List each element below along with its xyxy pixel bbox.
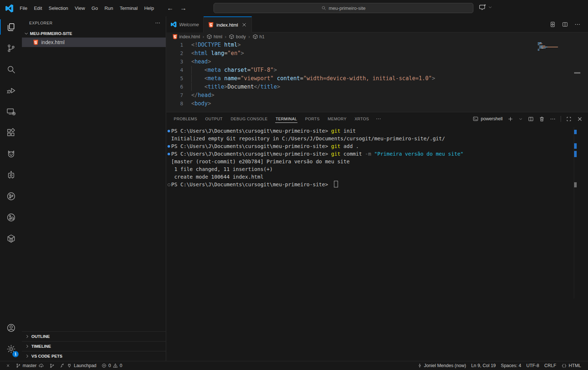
menu-go[interactable]: Go <box>88 0 101 16</box>
sidebar-section-outline[interactable]: OUTLINE <box>22 331 166 341</box>
panel-tab-xrtos[interactable]: XRTOS <box>352 112 371 125</box>
code-line-3: 3<head> <box>166 58 588 66</box>
navigate-forward-icon[interactable]: → <box>180 4 187 12</box>
split-editor-icon[interactable] <box>562 21 568 28</box>
eol-item[interactable]: CRLF <box>542 361 559 370</box>
commit-graph-icon <box>6 213 16 222</box>
chevron-right-icon <box>24 343 30 349</box>
more-actions-icon[interactable] <box>155 20 161 26</box>
panel-tab-debug-console[interactable]: DEBUG CONSOLE <box>228 112 270 125</box>
breadcrumb-separator: › <box>203 34 204 39</box>
html-file-icon <box>172 34 178 39</box>
code-line-5: 5<meta name="viewport" content="width=de… <box>166 74 588 83</box>
line-number: 3 <box>166 58 183 66</box>
panel-tab-memory[interactable]: MEMORY <box>326 112 349 125</box>
source-control-graph-item[interactable] <box>47 361 57 370</box>
activity-item-extensions[interactable] <box>0 122 22 143</box>
more-actions-icon[interactable] <box>550 116 556 122</box>
launchpad-status-item[interactable]: Launchpad <box>57 361 99 370</box>
terminal-dropdown-icon[interactable] <box>518 117 523 121</box>
menu-help[interactable]: Help <box>141 0 157 16</box>
git-commit-icon <box>417 363 422 368</box>
activity-item-run-and-debug[interactable] <box>0 80 22 101</box>
sidebar-section-vs-code-pets[interactable]: VS CODE PETS <box>22 351 166 361</box>
panel-tab-terminal[interactable]: TERMINAL <box>273 112 299 125</box>
vscode-window: FileEditSelectionViewGoRunTerminalHelp ←… <box>0 0 588 370</box>
terminal-shell-label[interactable]: powershell <box>473 116 503 122</box>
settings-button[interactable]: 1 <box>0 338 22 359</box>
code-line-8: 8<body> <box>166 100 588 108</box>
accounts-button[interactable] <box>0 317 22 338</box>
activity-item-containers[interactable] <box>0 228 22 249</box>
panel-tab-output[interactable]: OUTPUT <box>203 112 225 125</box>
menu-run[interactable]: Run <box>101 0 116 16</box>
breadcrumb-body[interactable]: body <box>229 34 246 39</box>
code-editor[interactable]: 1<!DOCTYPE html>2<html lang="en">3<head>… <box>166 41 588 112</box>
terminal[interactable]: PS C:\Users\J\Documents\cursogit\meu-pri… <box>166 127 573 188</box>
branch-status-item[interactable]: master <box>13 361 47 370</box>
menu-view[interactable]: View <box>72 0 88 16</box>
copilot-menu[interactable] <box>479 3 493 11</box>
command-center-search[interactable]: meu-primeiro-site <box>214 3 473 13</box>
activity-item-commit-graph[interactable] <box>0 207 22 228</box>
indentation-item[interactable]: Spaces: 4 <box>498 361 524 370</box>
activity-item-vscode-pets[interactable] <box>0 143 22 164</box>
activity-item-search[interactable] <box>0 59 22 80</box>
kill-terminal-icon[interactable] <box>539 116 545 122</box>
terminal-icon <box>473 116 479 122</box>
more-panel-tabs-icon[interactable] <box>376 116 381 122</box>
workspace-folder-row[interactable]: MEU-PRIMEIRO-SITE <box>22 29 166 38</box>
tab-index-html[interactable]: index.html <box>204 16 252 32</box>
activity-item-explorer[interactable] <box>0 16 22 38</box>
remote-indicator[interactable] <box>3 361 13 370</box>
chevron-down-icon <box>488 5 493 10</box>
panel-tab-problems[interactable]: PROBLEMS <box>172 112 199 125</box>
user-commit-status-item[interactable]: Joniel Mendes (now) <box>415 361 469 370</box>
terminal-line: create mode 100644 index.html <box>166 173 573 181</box>
settings-badge: 1 <box>12 351 19 357</box>
html-file-icon <box>33 39 39 45</box>
menu-selection[interactable]: Selection <box>45 0 71 16</box>
more-actions-icon[interactable] <box>574 21 581 28</box>
language-mode-item[interactable]: HTML <box>559 361 584 370</box>
search-icon <box>321 5 326 11</box>
search-icon <box>6 65 16 74</box>
chevron-right-icon <box>24 353 30 359</box>
terminal-line: PS C:\Users\J\Documents\cursogit\meu-pri… <box>166 150 573 158</box>
overview-ruler-cursor <box>574 72 580 74</box>
cursor-position-item[interactable]: Ln 9, Col 19 <box>469 361 498 370</box>
terminal-line: PS C:\Users\J\Documents\cursogit\meu-pri… <box>166 181 573 188</box>
encoding-item[interactable]: UTF-8 <box>524 361 542 370</box>
tab-welcome[interactable]: Welcome <box>166 16 204 32</box>
activity-item-remote-explorer[interactable] <box>0 101 22 122</box>
minimap[interactable] <box>538 42 571 51</box>
menu-file[interactable]: File <box>16 0 31 16</box>
menu-terminal[interactable]: Terminal <box>116 0 141 16</box>
breadcrumb-index-html[interactable]: index.html <box>172 34 200 39</box>
close-tab-icon[interactable] <box>241 22 247 28</box>
activity-item-robot[interactable] <box>0 164 22 186</box>
menu-edit[interactable]: Edit <box>31 0 45 16</box>
navigate-back-icon[interactable]: ← <box>167 4 173 12</box>
error-icon <box>101 363 107 368</box>
command-center-text: meu-primeiro-site <box>328 5 365 11</box>
file-row-index-html[interactable]: index.html <box>22 38 166 47</box>
activity-item-source-control[interactable] <box>0 38 22 59</box>
close-panel-icon[interactable] <box>577 116 583 122</box>
maximize-panel-icon[interactable] <box>566 116 572 122</box>
breadcrumb-html[interactable]: html <box>207 34 222 39</box>
line-number: 7 <box>166 91 183 100</box>
vscode-icon <box>171 22 177 27</box>
terminal-line: 1 file changed, 11 insertions(+) <box>166 165 573 173</box>
problems-status-item[interactable]: 0 0 <box>99 361 125 370</box>
sidebar-section-timeline[interactable]: TIMELINE <box>22 341 166 351</box>
new-terminal-icon[interactable] <box>507 116 514 122</box>
command-success-dot <box>168 130 170 132</box>
split-terminal-icon[interactable] <box>528 116 534 122</box>
panel-tab-ports[interactable]: PORTS <box>303 112 322 125</box>
open-settings-icon[interactable] <box>549 21 556 28</box>
line-number: 8 <box>166 100 183 108</box>
breadcrumb-h1[interactable]: h1 <box>253 34 265 39</box>
prompt-decoration-mark <box>574 182 577 187</box>
activity-item-gitlens[interactable] <box>0 186 22 207</box>
